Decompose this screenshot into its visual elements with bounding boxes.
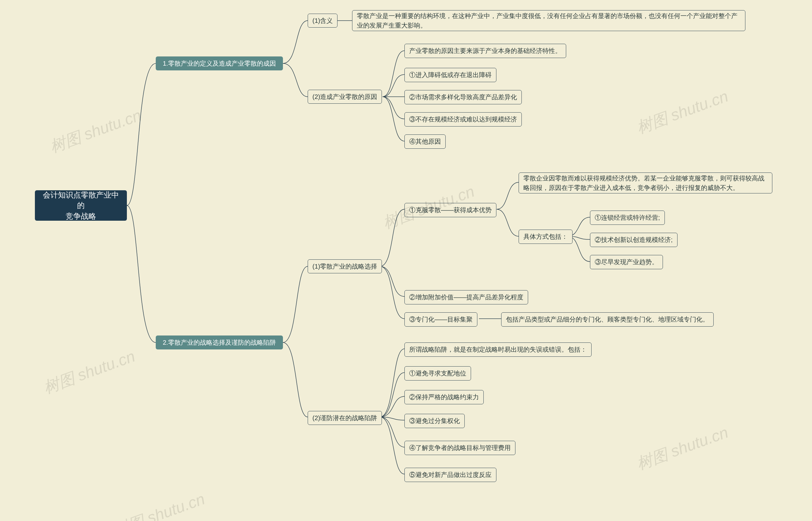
node-b1-1[interactable]: (1)含义: [308, 14, 338, 28]
watermark: 树图 shutu.cn: [634, 86, 731, 139]
node-b1-2-item-0[interactable]: 产业零散的原因主要来源于产业本身的基础经济特性。: [404, 44, 566, 58]
node-b1-2-label: (2)造成产业零散的原因: [312, 93, 377, 101]
watermark: 树图 shutu.cn: [41, 346, 138, 399]
node-b2-2-item-1[interactable]: ①避免寻求支配地位: [404, 366, 471, 381]
node-b1-2-item-3[interactable]: ③不存在规模经济或难以达到规模经济: [404, 112, 522, 127]
node-b2-2-item-0-text: 所谓战略陷阱，就是在制定战略时易出现的失误或错误。包括：: [409, 345, 587, 354]
branch-1[interactable]: 1.零散产业的定义及造成产业零散的成因: [156, 56, 283, 70]
node-b2-1-a[interactable]: ①克服零散——获得成本优势: [404, 203, 496, 217]
node-b2-2-item-5[interactable]: ⑤避免对新产品做出过度反应: [404, 468, 496, 482]
node-method-2[interactable]: ③尽早发现产业趋势。: [590, 255, 663, 269]
node-b2-1-b-text: ②增加附加价值——提高产品差异化程度: [409, 293, 523, 301]
node-b2-2-item-2-text: ②保持严格的战略约束力: [409, 393, 479, 402]
node-b2-1-c-detail[interactable]: 包括产品类型或产品细分的专门化、顾客类型专门化、地理区域专门化。: [501, 312, 714, 326]
node-b2-1-text[interactable]: 零散企业因零散而难以获得规模经济优势。若某一企业能够克服零散，则可获得较高战略回…: [519, 173, 772, 194]
node-method-1[interactable]: ②技术创新以创造规模经济;: [590, 233, 677, 247]
node-b2-1-c-detail-text: 包括产品类型或产品细分的专门化、顾客类型专门化、地理区域专门化。: [506, 315, 709, 324]
root-title: 会计知识点零散产业中的 竞争战略: [39, 190, 122, 222]
branch-2[interactable]: 2.零散产业的战略选择及谨防的战略陷阱: [156, 336, 283, 349]
node-method-0[interactable]: ①连锁经营或特许经营;: [590, 210, 665, 225]
node-b2-1-label: (1)零散产业的战略选择: [312, 262, 377, 271]
node-b2-2-item-5-text: ⑤避免对新产品做出过度反应: [409, 471, 492, 479]
node-b1-2-item-4-text: ④其他原因: [409, 137, 441, 146]
watermark: 树图 shutu.cn: [47, 105, 145, 158]
node-b2-2[interactable]: (2)谨防潜在的战略陷阱: [308, 411, 382, 425]
node-b2-2-item-1-text: ①避免寻求支配地位: [409, 369, 466, 378]
node-b2-2-item-0[interactable]: 所谓战略陷阱，就是在制定战略时易出现的失误或错误。包括：: [404, 342, 591, 357]
node-b1-2[interactable]: (2)造成产业零散的原因: [308, 90, 382, 104]
node-b2-2-item-4[interactable]: ④了解竞争者的战略目标与管理费用: [404, 441, 515, 455]
node-b1-1-text[interactable]: 零散产业是一种重要的结构环境，在这种产业中，产业集中度很低，没有任何企业占有显著…: [352, 10, 745, 31]
node-b1-2-item-2-text: ②市场需求多样化导致高度产品差异化: [409, 93, 517, 101]
node-b1-2-item-1[interactable]: ①进入障碍低或存在退出障碍: [404, 68, 496, 82]
node-method-2-text: ③尽早发现产业趋势。: [595, 258, 658, 266]
node-b2-1-b[interactable]: ②增加附加价值——提高产品差异化程度: [404, 290, 528, 304]
branch-1-label: 1.零散产业的定义及造成产业零散的成因: [163, 59, 276, 68]
node-b1-2-item-0-text: 产业零散的原因主要来源于产业本身的基础经济特性。: [409, 47, 561, 55]
node-b1-2-item-3-text: ③不存在规模经济或难以达到规模经济: [409, 115, 517, 124]
node-b1-1-text-content: 零散产业是一种重要的结构环境，在这种产业中，产业集中度很低，没有任何企业占有显著…: [357, 11, 741, 30]
node-methods-label[interactable]: 具体方式包括：: [519, 230, 572, 244]
watermark: 树图 shutu.cn: [634, 422, 731, 475]
node-b2-2-item-2[interactable]: ②保持严格的战略约束力: [404, 390, 484, 404]
node-b2-2-label: (2)谨防潜在的战略陷阱: [312, 414, 377, 422]
node-b1-2-item-1-text: ①进入障碍低或存在退出障碍: [409, 71, 492, 79]
root-node[interactable]: 会计知识点零散产业中的 竞争战略: [35, 190, 127, 221]
node-b2-2-item-3[interactable]: ③避免过分集权化: [404, 414, 465, 428]
branch-2-label: 2.零散产业的战略选择及谨防的战略陷阱: [163, 338, 276, 347]
node-b1-2-item-4[interactable]: ④其他原因: [404, 134, 446, 149]
watermark: 树图 shutu.cn: [110, 488, 208, 521]
node-method-1-text: ②技术创新以创造规模经济;: [595, 235, 673, 244]
node-b2-2-item-4-text: ④了解竞争者的战略目标与管理费用: [409, 444, 511, 452]
node-methods-label-text: 具体方式包括：: [523, 232, 568, 241]
node-b1-2-item-2[interactable]: ②市场需求多样化导致高度产品差异化: [404, 90, 522, 104]
node-b2-1-a-text: ①克服零散——获得成本优势: [409, 206, 492, 214]
node-b2-2-item-3-text: ③避免过分集权化: [409, 417, 460, 425]
node-b2-1[interactable]: (1)零散产业的战略选择: [308, 259, 382, 273]
node-method-0-text: ①连锁经营或特许经营;: [595, 213, 660, 222]
node-b2-1-c[interactable]: ③专门化——目标集聚: [404, 312, 477, 326]
node-b2-1-text-content: 零散企业因零散而难以获得规模经济优势。若某一企业能够克服零散，则可获得较高战略回…: [523, 174, 768, 192]
node-b2-1-c-text: ③专门化——目标集聚: [409, 315, 473, 324]
node-b1-1-label: (1)含义: [312, 17, 333, 25]
